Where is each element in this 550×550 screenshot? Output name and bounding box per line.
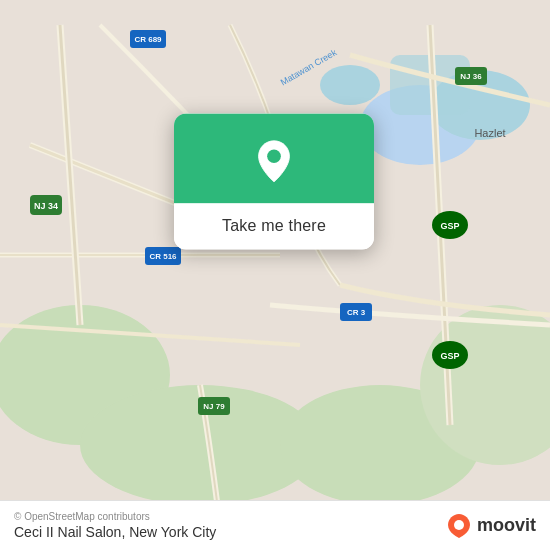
- bottom-bar: © OpenStreetMap contributors Ceci II Nai…: [0, 500, 550, 550]
- svg-point-31: [267, 149, 281, 163]
- svg-text:GSP: GSP: [440, 221, 459, 231]
- moovit-logo: moovit: [445, 512, 536, 540]
- map-background: NJ 34 CR 516 CR 689 NJ 36 GSP GSP CR 3 N…: [0, 0, 550, 550]
- popup-card: Take me there: [174, 113, 374, 249]
- svg-text:Hazlet: Hazlet: [474, 127, 505, 139]
- svg-text:NJ 34: NJ 34: [34, 201, 58, 211]
- svg-text:CR 516: CR 516: [149, 252, 177, 261]
- svg-text:CR 3: CR 3: [347, 308, 366, 317]
- moovit-text: moovit: [477, 515, 536, 536]
- svg-text:GSP: GSP: [440, 351, 459, 361]
- location-pin-icon: [250, 137, 298, 185]
- svg-point-32: [454, 520, 464, 530]
- bottom-left-info: © OpenStreetMap contributors Ceci II Nai…: [14, 511, 216, 540]
- svg-point-7: [320, 65, 380, 105]
- map-container: NJ 34 CR 516 CR 689 NJ 36 GSP GSP CR 3 N…: [0, 0, 550, 550]
- moovit-pin-icon: [445, 512, 473, 540]
- place-name: Ceci II Nail Salon, New York City: [14, 524, 216, 540]
- take-me-there-button[interactable]: Take me there: [174, 203, 374, 249]
- popup-icon-area: [174, 113, 374, 203]
- copyright-text: © OpenStreetMap contributors: [14, 511, 216, 522]
- svg-text:NJ 36: NJ 36: [460, 72, 482, 81]
- svg-text:CR 689: CR 689: [134, 35, 162, 44]
- svg-text:NJ 79: NJ 79: [203, 402, 225, 411]
